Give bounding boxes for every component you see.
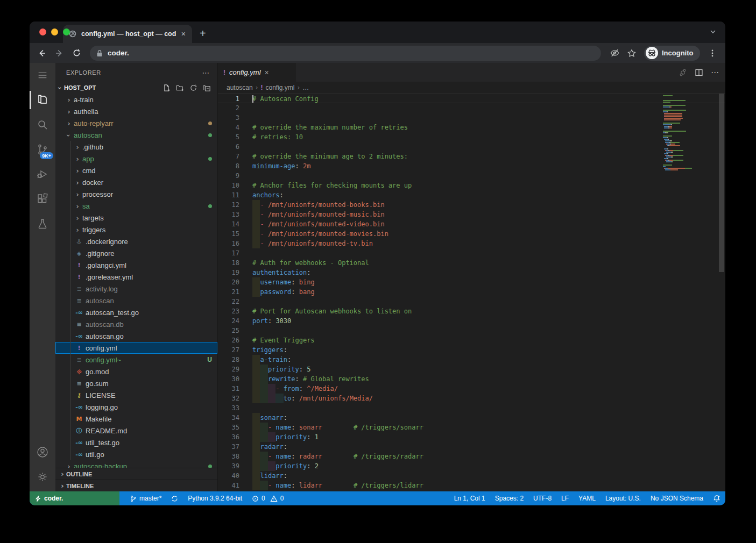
code-line-38[interactable]: 38 - name: radarr # /triggers/radarr xyxy=(218,452,725,461)
browser-tab[interactable]: config.yml — host_opt — code × xyxy=(63,25,192,43)
python-interpreter[interactable]: Python 3.9.2 64-bit xyxy=(183,491,247,505)
tree-folder-a-train[interactable]: ›a-train xyxy=(55,94,217,105)
keyboard-layout-indicator[interactable]: Layout: U.S. xyxy=(600,491,646,505)
code-line-29[interactable]: 29 priority: 5 xyxy=(218,365,725,374)
scrollbar-thumb[interactable] xyxy=(719,94,724,272)
code-line-15[interactable]: 15 - /mnt/unionfs/mounted-movies.bin xyxy=(218,229,725,239)
code-line-6[interactable]: 6 xyxy=(218,142,725,152)
code-line-20[interactable]: 20 username: bing xyxy=(218,277,725,287)
address-bar[interactable]: coder. xyxy=(90,46,601,61)
line-col-indicator[interactable]: Ln 1, Col 1 xyxy=(449,491,490,505)
breadcrumb-folder[interactable]: autoscan xyxy=(227,84,253,91)
code-line-1[interactable]: 1# Autoscan Config xyxy=(218,94,725,103)
search-icon[interactable] xyxy=(30,112,55,137)
tree-folder-docker[interactable]: ›docker xyxy=(55,176,217,188)
tree-file-autoscan[interactable]: ≡autoscan xyxy=(55,295,217,306)
code-line-41[interactable]: 41 - name: lidarr # /triggers/lidarr xyxy=(218,481,725,490)
tree-file-license[interactable]: ⚷LICENSE xyxy=(55,389,217,401)
tree-folder-authelia[interactable]: ›authelia xyxy=(55,105,217,117)
code-line-14[interactable]: 14 - /mnt/unionfs/mounted-video.bin xyxy=(218,219,725,229)
tree-file--goreleaser-yml[interactable]: !.goreleaser.yml xyxy=(55,271,217,283)
collapse-all-icon[interactable] xyxy=(203,84,211,92)
code-line-28[interactable]: 28 a-train: xyxy=(218,355,725,365)
outline-section[interactable]: › OUTLINE xyxy=(55,468,217,480)
code-line-18[interactable]: 18# Auth for webhooks - Optional xyxy=(218,258,725,268)
close-window-button[interactable] xyxy=(39,28,46,35)
breadcrumb[interactable]: autoscan › ! config.yml › … xyxy=(218,82,725,94)
minimize-window-button[interactable] xyxy=(51,28,58,35)
account-icon[interactable] xyxy=(30,440,55,465)
reload-button[interactable] xyxy=(69,48,83,58)
explorer-icon[interactable] xyxy=(30,88,55,112)
code-line-24[interactable]: 24port: 3030 xyxy=(218,316,725,326)
code-line-12[interactable]: 12 - /mnt/unionfs/mounted-books.bin xyxy=(218,200,725,210)
code-line-32[interactable]: 32 to: /mnt/unionfs/Media/ xyxy=(218,394,725,403)
tree-folder-targets[interactable]: ›targets xyxy=(55,212,217,224)
code-line-5[interactable]: 5# retries: 10 xyxy=(218,132,725,142)
remote-indicator[interactable]: coder. xyxy=(30,491,119,505)
code-line-4[interactable]: 4# override the maximum number of retrie… xyxy=(218,123,725,132)
editor-tab-config-yml[interactable]: ! config.yml × xyxy=(218,63,296,82)
tree-folder-sa[interactable]: ›sa xyxy=(55,200,217,212)
explorer-more-actions[interactable]: ⋯ xyxy=(202,68,210,77)
code-line-22[interactable]: 22 xyxy=(218,297,725,306)
code-line-30[interactable]: 30 rewrite: # Global rewrites xyxy=(218,374,725,384)
code-line-7[interactable]: 7# override the minimum age to 2 minutes… xyxy=(218,152,725,161)
code-line-33[interactable]: 33 xyxy=(218,403,725,413)
tree-folder-triggers[interactable]: ›triggers xyxy=(55,224,217,235)
tree-folder--github[interactable]: ›.github xyxy=(55,141,217,153)
breadcrumb-file[interactable]: config.yml xyxy=(266,84,295,91)
tree-folder-processor[interactable]: ›processor xyxy=(55,188,217,200)
timeline-section[interactable]: › TIMELINE xyxy=(55,480,217,491)
editor-more-actions[interactable]: ⋯ xyxy=(711,68,719,77)
sync-button[interactable] xyxy=(166,491,183,505)
code-line-19[interactable]: 19authentication: xyxy=(218,268,725,277)
git-branch-indicator[interactable]: master* xyxy=(125,491,166,505)
workspace-root-row[interactable]: › HOST_OPT xyxy=(55,82,217,94)
tab-close-icon[interactable]: × xyxy=(180,30,187,38)
tree-file-autoscan-go[interactable]: -∞autoscan.go xyxy=(55,330,217,342)
tree-folder-auto-replyarr[interactable]: ›auto-replyarr xyxy=(55,117,217,129)
tree-file-go-mod[interactable]: ≋go.mod xyxy=(55,366,217,377)
code-line-11[interactable]: 11anchors: xyxy=(218,190,725,200)
tree-folder-cmd[interactable]: ›cmd xyxy=(55,165,217,176)
tree-file--dockerignore[interactable]: ⚓.dockerignore xyxy=(55,235,217,247)
settings-gear-icon[interactable] xyxy=(30,465,55,489)
tree-file-config-yml-[interactable]: ≡config.yml~U xyxy=(55,354,217,366)
tree-file--golangci-yml[interactable]: !.golangci.yml xyxy=(55,259,217,271)
back-button[interactable] xyxy=(35,48,49,58)
tree-file-go-sum[interactable]: ≡go.sum xyxy=(55,377,217,389)
new-tab-button[interactable]: + xyxy=(200,27,206,40)
encoding-indicator[interactable]: UTF-8 xyxy=(528,491,556,505)
new-folder-icon[interactable] xyxy=(176,84,184,92)
code-line-39[interactable]: 39 priority: 2 xyxy=(218,461,725,471)
tree-file-util-test-go[interactable]: -∞util_test.go xyxy=(55,437,217,448)
language-mode-indicator[interactable]: YAML xyxy=(574,491,600,505)
code-line-8[interactable]: 8minimum-age: 2m xyxy=(218,161,725,171)
tree-file-autoscan-test-go[interactable]: -∞autoscan_test.go xyxy=(55,306,217,318)
testing-beaker-icon[interactable] xyxy=(30,211,55,236)
problems-indicator[interactable]: 0 0 xyxy=(247,491,288,505)
code-line-23[interactable]: 23# Port for Autoscan webhooks to listen… xyxy=(218,306,725,316)
code-line-26[interactable]: 26# Event Triggers xyxy=(218,335,725,345)
preview-eye-off-icon[interactable] xyxy=(607,48,621,58)
code-line-25[interactable]: 25 xyxy=(218,326,725,335)
split-editor-icon[interactable] xyxy=(695,68,703,77)
run-debug-icon[interactable] xyxy=(30,162,55,187)
tab-search-chevron-icon[interactable] xyxy=(709,28,717,35)
bookmark-star-icon[interactable] xyxy=(625,48,639,58)
code-line-10[interactable]: 10# Anchor files for checking mounts are… xyxy=(218,181,725,190)
code-line-17[interactable]: 17 xyxy=(218,248,725,258)
source-control-icon[interactable]: 9K+ xyxy=(30,137,55,162)
indentation-indicator[interactable]: Spaces: 2 xyxy=(490,491,528,505)
code-line-9[interactable]: 9 xyxy=(218,171,725,181)
incognito-badge[interactable]: Incognito xyxy=(644,46,700,61)
tree-file--gitignore[interactable]: ◈.gitignore xyxy=(55,247,217,259)
forward-button[interactable] xyxy=(52,48,66,58)
maximize-window-button[interactable] xyxy=(63,28,70,35)
code-editor[interactable]: 1# Autoscan Config234# override the maxi… xyxy=(218,94,725,491)
tree-file-readme-md[interactable]: ⓘREADME.md xyxy=(55,425,217,437)
notifications-bell-button[interactable] xyxy=(708,491,725,505)
editor-tab-close-icon[interactable]: × xyxy=(265,68,269,77)
tree-folder-autoscan-backup[interactable]: ›autoscan-backup xyxy=(55,460,217,468)
